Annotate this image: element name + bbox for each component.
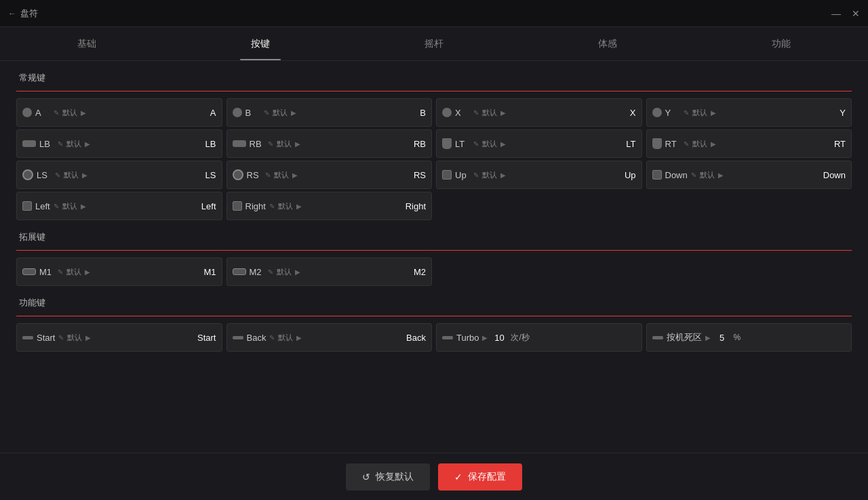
tab-haptic[interactable]: 体感 xyxy=(521,27,694,60)
up-default: 默认 xyxy=(482,170,497,180)
back-icon[interactable]: ← xyxy=(8,9,16,18)
normal-keys-section: 常规键 A ✎ 默认 ▶ A B ✎ 默 xyxy=(16,72,852,220)
lt-value: LT xyxy=(626,139,635,149)
save-button[interactable]: ✓ 保存配置 xyxy=(438,463,522,491)
turbo-label: Turbo xyxy=(456,333,479,343)
b-icon xyxy=(233,108,242,117)
up-value: Up xyxy=(625,170,636,180)
key-card-down: Down ✎ 默认 ▶ Down xyxy=(646,161,852,189)
down-default: 默认 xyxy=(700,170,715,180)
a-arrow: ▶ xyxy=(81,109,86,117)
key-row-x: X ✎ 默认 ▶ X xyxy=(437,99,642,126)
rb-label: RB xyxy=(250,139,264,149)
rs-icon xyxy=(233,169,243,180)
rs-arrow: ▶ xyxy=(292,171,298,179)
key-card-x: X ✎ 默认 ▶ X xyxy=(436,98,642,127)
b-edit[interactable]: ✎ xyxy=(264,109,269,117)
m1-default: 默认 xyxy=(66,267,81,277)
lt-edit[interactable]: ✎ xyxy=(473,140,479,148)
up-edit[interactable]: ✎ xyxy=(473,171,479,179)
key-row-left: Left ✎ 默认 ▶ Left xyxy=(17,192,222,220)
key-row-right: Right ✎ 默认 ▶ Right xyxy=(227,192,432,220)
key-row-y: Y ✎ 默认 ▶ Y xyxy=(647,99,852,126)
lb-arrow: ▶ xyxy=(85,140,90,148)
key-row-up: Up ✎ 默认 ▶ Up xyxy=(437,161,642,188)
rt-arrow: ▶ xyxy=(711,140,716,148)
x-arrow: ▶ xyxy=(500,109,506,117)
m1-edit[interactable]: ✎ xyxy=(58,268,63,276)
back-edit[interactable]: ✎ xyxy=(269,334,275,341)
left-arrow: ▶ xyxy=(81,203,86,210)
rb-icon xyxy=(233,140,246,147)
start-default: 默认 xyxy=(67,333,82,343)
rt-edit[interactable]: ✎ xyxy=(684,140,689,148)
a-edit[interactable]: ✎ xyxy=(54,109,59,117)
tab-function[interactable]: 功能 xyxy=(694,27,868,60)
ext-empty-1 xyxy=(436,257,642,286)
down-value: Down xyxy=(823,170,846,180)
right-arrow: ▶ xyxy=(296,203,302,210)
lb-edit[interactable]: ✎ xyxy=(58,140,63,148)
key-row-b: B ✎ 默认 ▶ B xyxy=(227,99,432,126)
m2-edit[interactable]: ✎ xyxy=(268,268,273,276)
right-edit[interactable]: ✎ xyxy=(269,203,275,210)
tab-joystick[interactable]: 摇杆 xyxy=(347,27,521,60)
key-row-down: Down ✎ 默认 ▶ Down xyxy=(647,161,852,188)
ext-empty-2 xyxy=(646,257,852,286)
ls-edit[interactable]: ✎ xyxy=(55,171,60,179)
key-row-turbo: Turbo ▶ 10 次/秒 xyxy=(437,324,642,351)
a-icon xyxy=(22,108,32,117)
b-default: 默认 xyxy=(273,108,288,118)
ls-default: 默认 xyxy=(64,170,79,180)
empty-cell-2 xyxy=(646,192,852,220)
key-row-start: Start ✎ 默认 ▶ Start xyxy=(17,324,222,351)
close-button[interactable]: ✕ xyxy=(852,8,860,19)
key-card-up: Up ✎ 默认 ▶ Up xyxy=(436,161,642,189)
key-card-left: Left ✎ 默认 ▶ Left xyxy=(16,192,222,220)
turbo-value: 10 xyxy=(491,333,507,343)
func-keys-section: 功能键 Start ✎ 默认 ▶ Start Back ✎ xyxy=(16,297,852,352)
start-icon xyxy=(22,336,33,339)
m2-arrow: ▶ xyxy=(295,268,300,276)
m2-value: M2 xyxy=(414,267,426,277)
down-edit[interactable]: ✎ xyxy=(691,171,696,179)
right-default: 默认 xyxy=(278,201,293,211)
turbo-arrow: ▶ xyxy=(482,334,488,341)
tab-basic[interactable]: 基础 xyxy=(0,27,174,60)
minimize-button[interactable]: — xyxy=(831,8,841,19)
key-row-back: Back ✎ 默认 ▶ Back xyxy=(227,324,432,351)
lb-icon xyxy=(22,140,36,147)
left-label: Left xyxy=(35,201,50,211)
lb-label: LB xyxy=(39,139,54,149)
left-edit[interactable]: ✎ xyxy=(54,203,59,210)
x-default: 默认 xyxy=(482,108,497,118)
titlebar-left: ← 盘符 xyxy=(8,7,38,20)
up-icon xyxy=(442,170,452,180)
start-edit[interactable]: ✎ xyxy=(58,334,64,341)
key-row-rt: RT ✎ 默认 ▶ RT xyxy=(647,130,852,157)
titlebar: ← 盘符 — ✕ xyxy=(0,0,868,27)
y-edit[interactable]: ✎ xyxy=(684,109,689,117)
key-row-a: A ✎ 默认 ▶ A xyxy=(17,99,222,126)
rt-label: RT xyxy=(665,139,680,149)
reset-button[interactable]: ↺ 恢复默认 xyxy=(346,463,430,491)
key-card-y: Y ✎ 默认 ▶ Y xyxy=(646,98,852,127)
right-icon xyxy=(233,201,242,211)
key-row-m1: M1 ✎ 默认 ▶ M1 xyxy=(17,258,222,285)
deadzone-unit: % xyxy=(734,333,741,342)
tab-keys[interactable]: 按键 xyxy=(174,27,347,60)
back-arrow: ▶ xyxy=(296,334,302,341)
key-card-turbo: Turbo ▶ 10 次/秒 xyxy=(436,323,642,352)
back-icon xyxy=(233,336,243,339)
deadzone-icon xyxy=(652,336,663,339)
rb-edit[interactable]: ✎ xyxy=(268,140,273,148)
rs-edit[interactable]: ✎ xyxy=(265,171,271,179)
deadzone-value: 5 xyxy=(714,333,730,343)
save-label: 保存配置 xyxy=(468,471,506,483)
rb-arrow: ▶ xyxy=(295,140,300,148)
x-edit[interactable]: ✎ xyxy=(473,109,479,117)
key-card-start: Start ✎ 默认 ▶ Start xyxy=(16,323,222,352)
down-arrow: ▶ xyxy=(718,171,724,179)
m1-arrow: ▶ xyxy=(85,268,90,276)
save-icon: ✓ xyxy=(454,472,462,482)
